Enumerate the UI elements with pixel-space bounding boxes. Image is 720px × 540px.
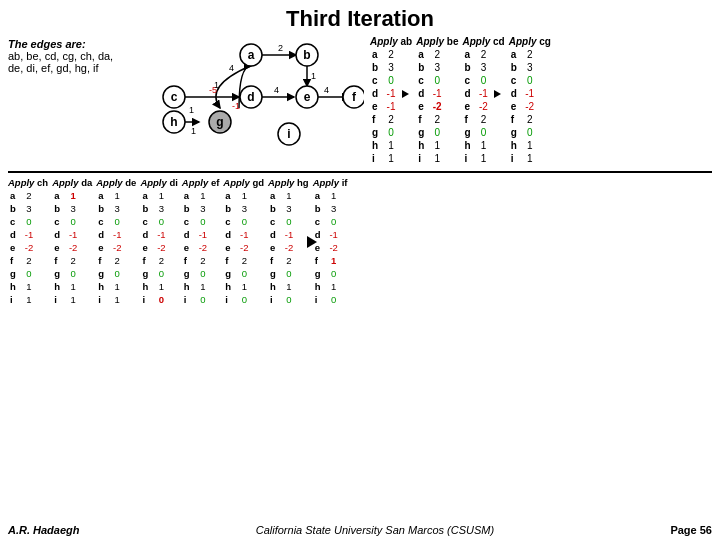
footer-left: A.R. Hadaegh [8, 524, 80, 536]
footer-right: Page 56 [670, 524, 712, 536]
bottom-tables: Apply ch a2 b3 c0 d-1 e-2 f2 g0 h1 i1 Ap… [8, 177, 712, 306]
apply-tables-top: Apply ab a2 b3 c0 d-1 e-1 f2 g0 h1 i1 Ap… [370, 36, 712, 165]
svg-text:1: 1 [214, 80, 219, 90]
apply-ab-table: Apply ab a2 b3 c0 d-1 e-1 f2 g0 h1 i1 [370, 36, 412, 165]
apply-da-table: Apply da a1 b3 c0 d-1 e-2 f2 g0 h1 i1 [52, 177, 92, 306]
page-title: Third Iteration [8, 6, 712, 32]
apply-cd-header: Apply cd [462, 36, 504, 47]
apply-gd-table: Apply gd a1 b3 c0 d-1 e-2 f2 g0 h1 i0 [223, 177, 264, 306]
apply-if-table: Apply if a1 b3 c0 d-1 e-2 f1 g0 h1 i0 [313, 177, 348, 306]
edges-title: The edges are: [8, 38, 148, 50]
apply-be-table: Apply be a2 b3 c0 d-1 e-2 f2 g0 h1 i1 [416, 36, 458, 165]
svg-text:e: e [304, 90, 311, 104]
apply-hg-table: Apply hg a1 b3 c0 d-1 e-2 f2 g0 h1 i0 [268, 177, 309, 306]
apply-ch-table: Apply ch a2 b3 c0 d-1 e-2 f2 g0 h1 i1 [8, 177, 48, 306]
graph-svg: 2 1 -5 4 4 1 4 1 a b [154, 36, 364, 151]
svg-text:4: 4 [274, 85, 279, 95]
apply-be-values: a2 b3 c0 d-1 e-2 f2 g0 h1 i1 [416, 48, 444, 165]
left-info: The edges are: ab, be, cd, cg, ch, da, d… [8, 36, 148, 165]
svg-text:c: c [171, 90, 178, 104]
svg-text:1: 1 [311, 71, 316, 81]
apply-cg-header: Apply cg [509, 36, 551, 47]
section-divider [8, 171, 712, 173]
footer: A.R. Hadaegh California State University… [0, 524, 720, 536]
top-section: The edges are: ab, be, cd, cg, ch, da, d… [8, 36, 712, 165]
footer-center: California State University San Marcos (… [256, 524, 494, 536]
svg-text:h: h [170, 115, 177, 129]
apply-be-header: Apply be [416, 36, 458, 47]
edges-list2: de, di, ef, gd, hg, if [8, 62, 148, 74]
svg-text:i: i [287, 127, 290, 141]
apply-cg-values: a2 b3 c0 d-1 e-2 f2 g0 h1 i1 [509, 48, 537, 165]
svg-text:2: 2 [278, 43, 283, 53]
apply-di-table: Apply di a1 b3 c0 d-1 e-2 f2 g0 h1 i0 [140, 177, 177, 306]
svg-text:b: b [303, 48, 310, 62]
svg-text:1: 1 [191, 126, 196, 136]
svg-text:g: g [216, 115, 223, 129]
apply-cd-table: Apply cd a2 b3 c0 d-1 e-2 f2 g0 h1 i1 [462, 36, 504, 165]
svg-text:a: a [248, 48, 255, 62]
page: Third Iteration The edges are: ab, be, c… [0, 0, 720, 540]
graph-area: 2 1 -5 4 4 1 4 1 a b [154, 36, 364, 151]
svg-text:1: 1 [189, 105, 194, 115]
svg-text:4: 4 [229, 63, 234, 73]
apply-ab-header: Apply ab [370, 36, 412, 47]
svg-text:4: 4 [324, 85, 329, 95]
apply-cg-table: Apply cg a2 b3 c0 d-1 e-2 f2 g0 h1 i1 [509, 36, 551, 165]
apply-ab-values: a2 b3 c0 d-1 e-1 f2 g0 h1 i1 [370, 48, 412, 165]
apply-cd-values: a2 b3 c0 d-1 e-2 f2 g0 h1 i1 [462, 48, 504, 165]
svg-text:-1: -1 [232, 101, 240, 111]
svg-text:d: d [247, 90, 254, 104]
apply-ef-table: Apply ef a1 b3 c0 d-1 e-2 f2 g0 h1 i0 [182, 177, 219, 306]
edges-list1: ab, be, cd, cg, ch, da, [8, 50, 148, 62]
apply-de-table: Apply de a1 b3 c0 d-1 e-2 f2 g0 h1 i1 [96, 177, 136, 306]
